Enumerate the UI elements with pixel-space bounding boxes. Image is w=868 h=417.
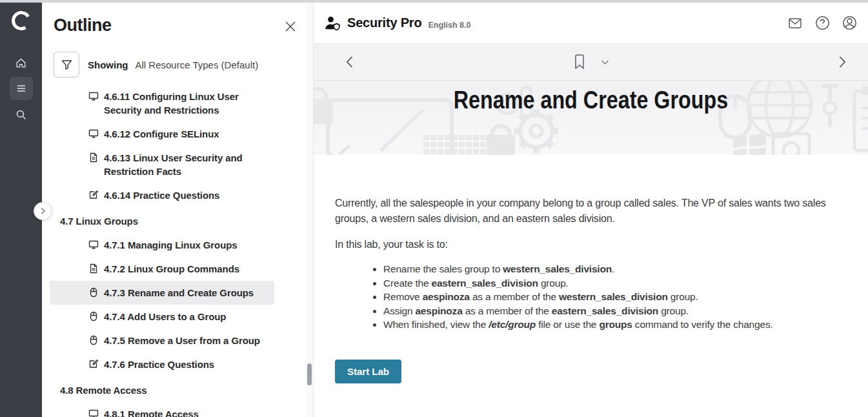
outline-menu-icon bbox=[15, 83, 27, 94]
outline-panel: Outline Showing All Resource Types (Defa… bbox=[42, 3, 314, 417]
outline-label: 4.8 Remote Access bbox=[60, 383, 147, 397]
lesson-banner: Rename and Create Groups bbox=[314, 81, 868, 155]
outline-label: 4.6.13 Linux User Security and Restricti… bbox=[104, 151, 273, 178]
start-lab-button[interactable]: Start Lab bbox=[335, 360, 401, 383]
task-text: as a member of the bbox=[470, 291, 559, 302]
product-name: Security Pro bbox=[347, 15, 421, 30]
outline-item-row[interactable]: 4.7.2 Linux Group Commands bbox=[50, 257, 274, 281]
video-icon bbox=[88, 409, 99, 417]
scenario-paragraph: Currently, all the salespeople in your c… bbox=[335, 196, 848, 227]
course-header: Security Pro English 8.0 bbox=[314, 3, 868, 44]
task-text: as a member of the bbox=[463, 305, 552, 316]
outline-label: 4.7.5 Remove a User from a Group bbox=[104, 334, 260, 347]
practice-icon bbox=[88, 190, 99, 200]
rail-button-search[interactable] bbox=[10, 103, 33, 126]
outline-item-row[interactable]: 4.6.12 Configure SELinux bbox=[50, 122, 274, 146]
chevron-right-icon bbox=[838, 56, 847, 68]
outline-label: 4.7.4 Add Users to a Group bbox=[104, 310, 226, 323]
task-text: western_sales_division bbox=[503, 263, 612, 274]
task-text: command to verify the changes. bbox=[632, 319, 773, 330]
outline-item-row[interactable]: 4.6.13 Linux User Security and Restricti… bbox=[50, 146, 274, 183]
video-icon bbox=[88, 91, 99, 101]
task-text: groups bbox=[599, 319, 632, 330]
messages-button[interactable] bbox=[785, 14, 805, 33]
outline-label: 4.8.1 Remote Access bbox=[104, 407, 199, 417]
bookmark-button[interactable] bbox=[573, 54, 585, 70]
close-outline-button[interactable] bbox=[285, 21, 296, 32]
task-text: aespinoza bbox=[415, 305, 462, 316]
previous-lesson-button[interactable] bbox=[345, 56, 354, 68]
task-text: group. bbox=[668, 291, 698, 302]
account-button[interactable] bbox=[840, 14, 859, 33]
mail-icon bbox=[787, 15, 803, 31]
task-text: Rename the sales group to bbox=[383, 263, 503, 274]
rail-nav bbox=[0, 51, 42, 126]
outline-section-row[interactable]: 4.8 Remote Access bbox=[50, 378, 274, 402]
funnel-icon bbox=[61, 59, 73, 71]
rail-button-menu[interactable] bbox=[10, 77, 33, 100]
outline-item-row[interactable]: 4.7.6 Practice Questions bbox=[50, 352, 274, 376]
task-text: Assign bbox=[383, 305, 415, 316]
task-text: When finished, view the bbox=[383, 319, 489, 330]
bookmark-icon bbox=[573, 54, 585, 70]
chevron-right-icon bbox=[40, 207, 46, 215]
outline-scrollbar-thumb[interactable] bbox=[307, 363, 312, 385]
lesson-title: Rename and Create Groups bbox=[355, 86, 826, 114]
chevron-left-icon bbox=[345, 56, 354, 68]
outline-section-row[interactable]: 4.7 Linux Groups bbox=[50, 209, 274, 233]
outline-scrollbar-track[interactable] bbox=[306, 3, 313, 417]
outline-label: 4.7.2 Linux Group Commands bbox=[104, 262, 239, 276]
outline-label: 4.7 Linux Groups bbox=[60, 214, 138, 228]
task-item: Rename the sales group to western_sales_… bbox=[383, 262, 825, 276]
outline-expand-toggle[interactable] bbox=[34, 202, 52, 220]
outline-item-row[interactable]: 4.6.11 Configuring Linux User Security a… bbox=[50, 85, 274, 122]
doc-icon bbox=[88, 152, 99, 163]
task-text: Remove bbox=[383, 291, 423, 302]
bookmark-menu-button[interactable] bbox=[601, 59, 609, 65]
doc-icon bbox=[88, 263, 99, 274]
chevron-down-icon bbox=[601, 59, 609, 65]
brand-logo bbox=[9, 9, 32, 32]
lab-icon bbox=[88, 311, 99, 321]
video-icon bbox=[88, 128, 99, 139]
outline-label: 4.7.1 Managing Linux Groups bbox=[104, 238, 237, 252]
task-intro-paragraph: In this lab, your task is to: bbox=[335, 237, 848, 252]
task-text: western_sales_division bbox=[559, 291, 668, 302]
outline-label: 4.7.6 Practice Questions bbox=[104, 358, 214, 371]
outline-item-row[interactable]: 4.7.4 Add Users to a Group bbox=[50, 305, 274, 329]
outline-label: 4.6.14 Practice Questions bbox=[104, 188, 219, 202]
task-text: /etc/group bbox=[489, 319, 536, 330]
outline-item-row[interactable]: 4.6.14 Practice Questions bbox=[50, 183, 274, 207]
outline-item-row[interactable]: 4.7.5 Remove a User from a Group bbox=[50, 329, 274, 352]
lab-icon bbox=[88, 335, 99, 345]
main-area: Security Pro English 8.0 bbox=[314, 3, 868, 417]
next-lesson-button[interactable] bbox=[838, 56, 847, 68]
task-text: group. bbox=[658, 305, 689, 316]
help-button[interactable] bbox=[812, 14, 832, 33]
practice-icon bbox=[88, 359, 99, 369]
task-text: file or use the bbox=[536, 319, 599, 330]
outline-item-row[interactable]: 4.7.3 Rename and Create Groups bbox=[50, 281, 274, 305]
outline-item-row[interactable]: 4.8.1 Remote Access bbox=[50, 402, 274, 417]
task-text: eastern_sales_division bbox=[552, 305, 658, 316]
home-icon bbox=[15, 57, 27, 69]
filter-value[interactable]: All Resource Types (Default) bbox=[136, 59, 259, 70]
close-icon bbox=[285, 21, 296, 32]
task-list: Rename the sales group to western_sales_… bbox=[335, 262, 825, 332]
resource-filter-button[interactable] bbox=[54, 52, 79, 77]
task-text: Create the bbox=[383, 278, 431, 289]
search-icon bbox=[15, 108, 27, 121]
rail-button-home[interactable] bbox=[10, 51, 33, 74]
task-text: . bbox=[612, 263, 614, 274]
outline-item-row[interactable]: 4.7.1 Managing Linux Groups bbox=[50, 233, 274, 257]
lab-icon bbox=[88, 287, 99, 298]
help-icon bbox=[814, 15, 831, 31]
outline-label: 4.6.11 Configuring Linux User Security a… bbox=[104, 90, 273, 117]
outline-label: 4.6.12 Configure SELinux bbox=[104, 127, 219, 141]
video-icon bbox=[88, 239, 99, 250]
task-item: Assign aespinoza as a member of the east… bbox=[383, 304, 825, 318]
lesson-content: Currently, all the salespeople in your c… bbox=[314, 155, 868, 383]
filter-label: Showing bbox=[88, 59, 128, 70]
task-item: When finished, view the /etc/group file … bbox=[383, 318, 825, 332]
lesson-navbar bbox=[314, 44, 868, 81]
